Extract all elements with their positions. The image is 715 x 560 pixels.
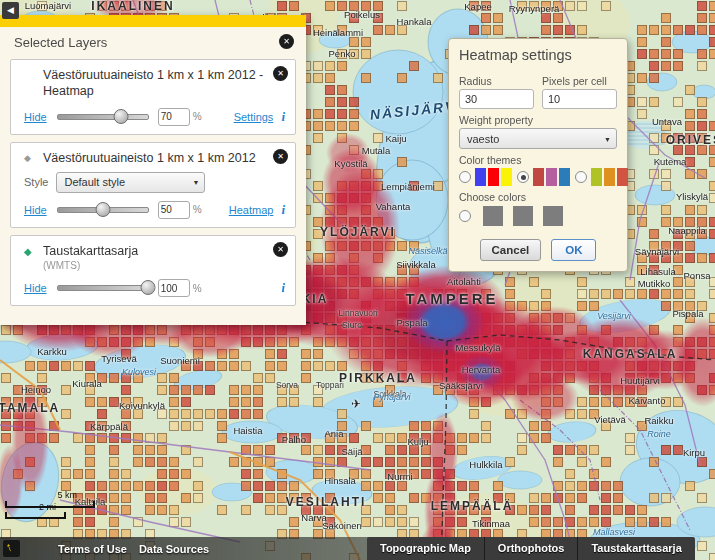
layer-info-icon[interactable]: i (281, 109, 285, 125)
wmts-layer-icon: ◆ (24, 246, 32, 257)
radius-input[interactable] (459, 89, 534, 109)
chevron-left-icon: ◀ (7, 5, 14, 15)
style-select[interactable]: Default style ▼ (56, 172, 205, 193)
percent-label: % (193, 111, 202, 122)
custom-colors-radio[interactable] (459, 210, 471, 222)
close-panel-icon[interactable]: ✕ (279, 34, 294, 49)
selected-layers-panel: Selected Layers ✕ Väestöruutuaineisto 1 … (0, 15, 306, 325)
color-swatch[interactable] (533, 168, 544, 186)
pixels-per-cell-label: Pixels per cell (542, 75, 617, 87)
choose-colors-label: Choose colors (459, 191, 617, 203)
custom-color-swatch[interactable] (513, 206, 533, 226)
hide-layer-link[interactable]: Hide (24, 111, 47, 123)
hide-layer-link[interactable]: Hide (24, 282, 47, 294)
panel-title: Selected Layers (14, 35, 107, 50)
basemap-orthophotos-button[interactable]: Orthophotos (484, 537, 578, 560)
layer-item-population-grid: ◆ Väestöruutuaineisto 1 km x 1 km 2012 ✕… (10, 142, 296, 228)
map-application: IKAALINENLuomajärviKolunperäPoikelusHank… (0, 0, 715, 560)
layer-item-background-map: ◆ Taustakarttasarja (WMTS) ✕ Hide % i (10, 235, 296, 306)
color-themes-label: Color themes (459, 154, 617, 166)
remove-layer-icon[interactable]: ✕ (273, 66, 288, 81)
opacity-slider-handle[interactable] (113, 109, 128, 124)
scale-km-label: 5 km (57, 490, 77, 500)
custom-color-swatch[interactable] (543, 206, 563, 226)
style-select-value: Default style (64, 176, 125, 188)
percent-label: % (193, 204, 202, 215)
theme-radio[interactable] (575, 171, 587, 183)
layer-item-heatmap: Väestöruutuaineisto 1 km x 1 km 2012 - H… (10, 59, 296, 135)
cancel-button[interactable]: Cancel (480, 239, 542, 261)
basemap-taustakarttasarja-button[interactable]: Taustakarttasarja (577, 537, 694, 560)
pixels-per-cell-input[interactable] (542, 89, 617, 109)
chevron-down-icon: ▼ (193, 173, 200, 192)
custom-color-options (459, 206, 617, 226)
layer-settings-link[interactable]: Settings (234, 111, 274, 123)
heatmap-settings-dialog: Heatmap settings Radius Pixels per cell … (448, 38, 628, 272)
color-theme-option[interactable] (575, 168, 628, 186)
remove-layer-icon[interactable]: ✕ (273, 242, 288, 257)
opacity-value-input[interactable] (158, 201, 190, 219)
percent-label: % (193, 283, 202, 294)
style-label: Style (24, 176, 48, 188)
weight-property-value: vaesto (467, 133, 499, 145)
footer-bar: ↑ Terms of Use Data Sources (0, 537, 370, 560)
basemap-topographic-button[interactable]: Topographic Map (367, 537, 484, 560)
weight-property-select[interactable]: vaesto ▼ (459, 128, 617, 149)
theme-radio[interactable] (517, 171, 529, 183)
data-sources-link[interactable]: Data Sources (139, 543, 209, 555)
layer-info-icon[interactable]: i (281, 280, 285, 296)
radius-label: Radius (459, 75, 534, 87)
layer-subtitle: (WMTS) (43, 260, 267, 271)
ok-button[interactable]: OK (551, 239, 596, 261)
wms-layer-icon: ◆ (24, 153, 31, 163)
color-swatch[interactable] (488, 168, 499, 186)
basemap-switcher: Topographic Map Orthophotos Taustakartta… (367, 537, 695, 560)
panel-header: Selected Layers ✕ (0, 27, 306, 59)
opacity-slider[interactable] (57, 114, 149, 120)
color-theme-option[interactable] (517, 168, 570, 186)
color-theme-options (459, 168, 617, 186)
color-theme-option[interactable] (459, 168, 512, 186)
collapse-panel-button[interactable]: ◀ (2, 2, 19, 19)
panel-accent-bar (0, 15, 306, 27)
dialog-title: Heatmap settings (459, 47, 617, 63)
color-swatch[interactable] (559, 168, 570, 186)
custom-color-swatch[interactable] (483, 206, 503, 226)
opacity-slider-handle[interactable] (95, 202, 110, 217)
weight-property-label: Weight property (459, 114, 617, 126)
opacity-slider[interactable] (57, 207, 149, 213)
layer-title: Väestöruutuaineisto 1 km x 1 km 2012 - H… (43, 67, 267, 100)
color-swatch[interactable] (617, 168, 628, 186)
color-swatch[interactable] (475, 168, 486, 186)
chevron-down-icon: ▼ (604, 129, 611, 150)
opacity-value-input[interactable] (158, 279, 190, 297)
hide-layer-link[interactable]: Hide (24, 204, 47, 216)
scale-mi-label: 2 mi (39, 502, 56, 512)
opacity-slider[interactable] (57, 285, 149, 291)
color-swatch[interactable] (501, 168, 512, 186)
terms-of-use-link[interactable]: Terms of Use (58, 543, 127, 555)
theme-radio[interactable] (459, 171, 471, 183)
color-swatch[interactable] (604, 168, 615, 186)
color-swatch[interactable] (591, 168, 602, 186)
color-swatch[interactable] (546, 168, 557, 186)
opacity-slider-handle[interactable] (140, 280, 155, 295)
layer-heatmap-link[interactable]: Heatmap (229, 204, 274, 216)
map-scalebar: 5 km 2 mi (5, 501, 95, 519)
layer-info-icon[interactable]: i (281, 202, 285, 218)
scalebar-mi: 2 mi (5, 512, 66, 519)
layer-title: Väestöruutuaineisto 1 km x 1 km 2012 (43, 150, 267, 166)
opacity-value-input[interactable] (158, 108, 190, 126)
oskari-logo-icon: ↑ (3, 540, 20, 557)
remove-layer-icon[interactable]: ✕ (273, 149, 288, 164)
layer-title: Taustakarttasarja (43, 243, 267, 259)
